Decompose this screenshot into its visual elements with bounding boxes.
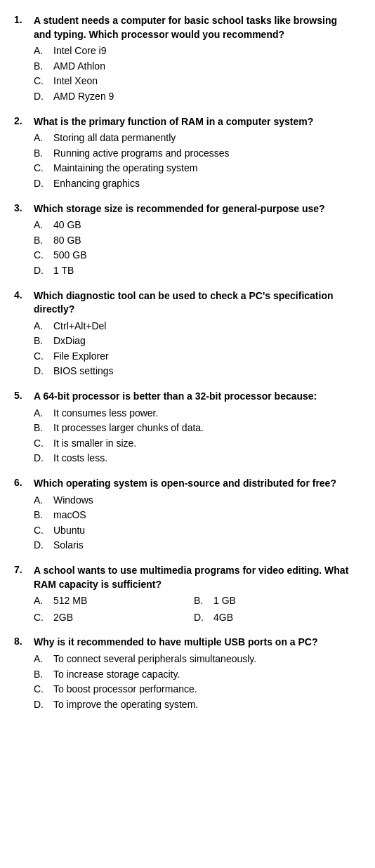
question-text-2: What is the primary function of RAM in a… <box>34 115 354 129</box>
option-label: C. <box>34 611 53 625</box>
option-label: D. <box>34 364 53 379</box>
option-label: A. <box>34 131 53 145</box>
option-4-b: B.DxDiag <box>34 334 354 348</box>
options-list-6: A.WindowsB.macOSC.UbuntuD.Solaris <box>34 494 354 553</box>
option-text: BIOS settings <box>53 364 114 379</box>
options-list-1: A.Intel Core i9B.AMD AthlonC.Intel XeonD… <box>34 44 354 103</box>
option-8-b: B.To increase storage capacity. <box>34 668 354 682</box>
option-label: B. <box>34 60 53 74</box>
option-text: Ctrl+Alt+Del <box>53 320 106 334</box>
question-item-5: 5.A 64-bit processor is better than a 32… <box>14 390 354 467</box>
option-label: D. <box>34 264 53 278</box>
option-text: Storing all data permanently <box>53 131 176 145</box>
option-text: Maintaining the operating system <box>53 162 197 176</box>
option-text: macOS <box>53 508 86 522</box>
option-2-d: D.Enhancing graphics <box>34 177 354 191</box>
option-text: To increase storage capacity. <box>53 668 180 682</box>
option-5-c: C.It is smaller in size. <box>34 437 354 451</box>
question-number-3: 3. <box>14 202 34 213</box>
option-6-b: B.macOS <box>34 508 354 522</box>
option-text: 1 TB <box>53 264 74 278</box>
option-5-b: B.It processes larger chunks of data. <box>34 421 354 435</box>
option-text: 80 GB <box>53 234 81 248</box>
option-text: File Explorer <box>53 350 109 364</box>
option-text: Ubuntu <box>53 524 85 538</box>
option-2-b: B.Running active programs and processes <box>34 147 354 161</box>
option-text: It costs less. <box>53 452 107 466</box>
option-label: A. <box>34 44 53 58</box>
option-text: 4GB <box>213 611 233 625</box>
option-text: It consumes less power. <box>53 407 158 421</box>
option-7-c: C.2GB <box>34 611 194 625</box>
question-text-4: Which diagnostic tool can be used to che… <box>34 289 354 317</box>
question-item-2: 2.What is the primary function of RAM in… <box>14 115 354 192</box>
option-text: Windows <box>53 494 93 508</box>
option-8-a: A.To connect several peripherals simulta… <box>34 652 354 666</box>
option-label: D. <box>34 539 53 553</box>
option-label: D. <box>34 90 53 104</box>
option-2-a: A.Storing all data permanently <box>34 131 354 145</box>
option-label: B. <box>34 147 53 161</box>
options-list-2: A.Storing all data permanentlyB.Running … <box>34 131 354 190</box>
option-label: A. <box>34 494 53 508</box>
question-number-7: 7. <box>14 564 34 575</box>
question-item-7: 7.A school wants to use multimedia progr… <box>14 564 354 626</box>
question-text-7: A school wants to use multimedia program… <box>34 564 354 591</box>
options-list-4: A.Ctrl+Alt+DelB.DxDiagC.File ExplorerD.B… <box>34 320 354 379</box>
option-7-d: D.4GB <box>194 611 354 625</box>
option-text: AMD Athlon <box>53 60 105 74</box>
option-label: D. <box>34 177 53 191</box>
option-label: B. <box>34 334 53 348</box>
question-number-6: 6. <box>14 477 34 488</box>
question-number-8: 8. <box>14 636 34 647</box>
question-item-4: 4.Which diagnostic tool can be used to c… <box>14 289 354 381</box>
option-text: To improve the operating system. <box>53 698 198 712</box>
option-6-d: D.Solaris <box>34 539 354 553</box>
option-label: A. <box>34 594 53 608</box>
option-1-d: D.AMD Ryzen 9 <box>34 90 354 104</box>
option-1-a: A.Intel Core i9 <box>34 44 354 58</box>
option-8-c: C.To boost processor performance. <box>34 683 354 697</box>
option-label: A. <box>34 320 53 334</box>
question-number-2: 2. <box>14 115 34 126</box>
option-4-a: A.Ctrl+Alt+Del <box>34 320 354 334</box>
option-5-a: A.It consumes less power. <box>34 407 354 421</box>
options-list-5: A.It consumes less power.B.It processes … <box>34 407 354 466</box>
option-6-a: A.Windows <box>34 494 354 508</box>
option-4-d: D.BIOS settings <box>34 364 354 379</box>
question-text-5: A 64-bit processor is better than a 32-b… <box>34 390 354 404</box>
option-text: To boost processor performance. <box>53 683 197 697</box>
option-text: 512 MB <box>53 594 87 608</box>
question-text-1: A student needs a computer for basic sch… <box>34 14 354 41</box>
option-label: C. <box>34 683 53 697</box>
option-5-d: D.It costs less. <box>34 452 354 466</box>
option-label: D. <box>34 452 53 466</box>
option-text: To connect several peripherals simultane… <box>53 652 256 666</box>
option-label: A. <box>34 218 53 232</box>
option-text: 1 GB <box>213 594 236 608</box>
option-3-a: A.40 GB <box>34 218 354 232</box>
option-label: C. <box>34 74 53 88</box>
option-text: 2GB <box>53 611 73 625</box>
option-label: B. <box>34 421 53 435</box>
option-label: A. <box>34 407 53 421</box>
option-label: B. <box>34 508 53 522</box>
question-item-1: 1.A student needs a computer for basic s… <box>14 14 354 105</box>
questions-list: 1.A student needs a computer for basic s… <box>14 14 354 713</box>
option-3-c: C.500 GB <box>34 249 354 263</box>
question-item-3: 3.Which storage size is recommended for … <box>14 202 354 280</box>
question-item-8: 8.Why is it recommended to have multiple… <box>14 636 354 713</box>
option-7-b: B.1 GB <box>194 594 354 608</box>
option-label: D. <box>34 698 53 712</box>
question-number-5: 5. <box>14 390 34 401</box>
option-7-a: A.512 MB <box>34 594 194 608</box>
option-text: AMD Ryzen 9 <box>53 90 114 104</box>
option-text: It processes larger chunks of data. <box>53 421 204 435</box>
option-1-b: B.AMD Athlon <box>34 60 354 74</box>
option-3-d: D.1 TB <box>34 264 354 278</box>
option-2-c: C.Maintaining the operating system <box>34 162 354 176</box>
option-text: Running active programs and processes <box>53 147 230 161</box>
option-text: DxDiag <box>53 334 86 348</box>
option-6-c: C.Ubuntu <box>34 524 354 538</box>
options-list-3: A.40 GBB.80 GBC.500 GBD.1 TB <box>34 218 354 277</box>
